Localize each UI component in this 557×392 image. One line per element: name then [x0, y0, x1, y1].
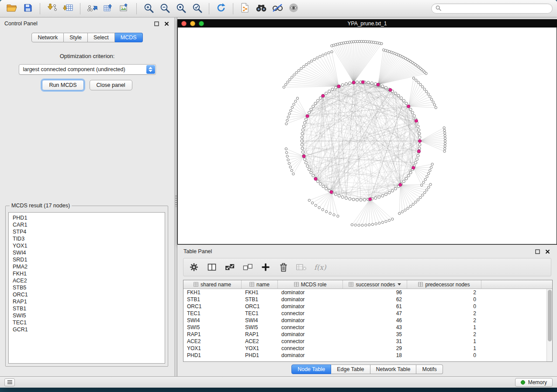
export-table-button[interactable]	[101, 2, 116, 16]
export-image-button[interactable]	[117, 2, 132, 16]
tab-select[interactable]: Select	[88, 33, 115, 42]
result-node[interactable]: ACE2	[13, 277, 161, 284]
cell-MCDS-role: dominator	[278, 296, 343, 303]
run-mcds-button[interactable]: Run MCDS	[42, 80, 83, 90]
mcds-result-list[interactable]: PHD1CAR1STP4TID3YOX1SWI4SRD1PMA2FKH1ACE2…	[8, 212, 165, 364]
criterion-dropdown[interactable]: largest connected component (undirected)	[19, 64, 156, 75]
zoom-selected-button[interactable]	[190, 2, 204, 16]
function-builder-button[interactable]: f(x)	[314, 263, 326, 272]
close-panel-icon[interactable]	[163, 21, 170, 27]
share-document-button[interactable]	[238, 2, 253, 16]
column-menu-icon[interactable]	[398, 283, 401, 285]
result-node[interactable]: SWI5	[13, 312, 161, 319]
tab-network[interactable]: Network	[31, 33, 64, 42]
hide-details-button[interactable]	[270, 2, 285, 16]
close-panel-button[interactable]: Close panel	[90, 80, 132, 90]
result-node[interactable]: SRD1	[13, 256, 161, 263]
column-header-MCDS-role[interactable]: MCDS role	[278, 280, 343, 289]
network-window-titlebar[interactable]: YPA_prune.txt_1	[177, 19, 557, 28]
result-node[interactable]: TEC1	[13, 319, 161, 326]
result-node[interactable]: STB5	[13, 284, 161, 291]
open-folder-button[interactable]	[4, 2, 19, 16]
table-row[interactable]: ACE2ACE2connector311	[183, 338, 547, 345]
table-row[interactable]: FKH1FKH1dominator962	[183, 289, 547, 296]
result-node[interactable]: STB1	[13, 305, 161, 312]
table-row[interactable]: YOX1YOX1connector291	[183, 345, 547, 352]
refresh-icon	[216, 3, 226, 14]
show-columns-button[interactable]	[207, 262, 217, 272]
delete-table-button[interactable]	[296, 262, 307, 272]
table-row[interactable]: SWI5SWI5connector431	[183, 324, 547, 331]
maximize-window-button[interactable]	[199, 21, 204, 26]
divider-grip[interactable]	[175, 196, 177, 207]
table-tab-edge-table[interactable]: Edge Table	[331, 364, 370, 374]
panel-menu-button[interactable]	[4, 378, 15, 386]
result-node[interactable]: FKH1	[13, 270, 161, 277]
import-network-button[interactable]	[45, 2, 59, 16]
table-row[interactable]: STB1STB1dominator620	[183, 296, 547, 303]
table-row[interactable]: PHD1PHD1dominator180	[183, 352, 547, 359]
zoom-in-icon	[144, 3, 154, 14]
result-node[interactable]: PMA2	[13, 263, 161, 270]
float-panel-icon[interactable]	[153, 21, 160, 27]
result-node[interactable]: SWI4	[13, 249, 161, 256]
table-tab-node-table[interactable]: Node Table	[291, 364, 331, 374]
select-all-button[interactable]	[225, 262, 235, 272]
table-settings-button[interactable]	[189, 262, 199, 272]
search-field[interactable]	[431, 3, 553, 14]
unselect-all-button[interactable]	[242, 262, 253, 272]
network-canvas[interactable]	[178, 28, 557, 244]
cell-MCDS-role: dominator	[278, 331, 343, 337]
table-tab-motifs[interactable]: Motifs	[416, 364, 443, 374]
panel-divider[interactable]	[174, 17, 177, 376]
save-button[interactable]	[21, 2, 35, 16]
export-network-button[interactable]	[85, 2, 100, 16]
column-header-predecessor-nodes[interactable]: predecessor nodes	[407, 280, 481, 289]
cell-name: SWI5	[242, 324, 278, 330]
result-node[interactable]: STP4	[13, 228, 161, 235]
result-node[interactable]: YOX1	[13, 242, 161, 249]
result-node[interactable]: PHD1	[13, 214, 161, 221]
zoom-fit-button[interactable]	[173, 2, 188, 16]
cell-name: FKH1	[242, 289, 278, 296]
control-panel-title: Control Panel	[4, 21, 38, 27]
cell-successor-nodes: 35	[343, 331, 407, 337]
search-input[interactable]	[444, 6, 548, 12]
add-button[interactable]	[260, 262, 271, 272]
column-header-name[interactable]: name	[242, 280, 278, 289]
zoom-out-button[interactable]	[157, 2, 172, 16]
delete-button[interactable]	[278, 262, 289, 272]
close-window-button[interactable]	[181, 21, 187, 26]
result-node[interactable]: RAP1	[13, 298, 161, 305]
column-header-shared-name[interactable]: shared name	[183, 280, 242, 289]
tab-mcds[interactable]: MCDS	[115, 33, 143, 42]
network-graph[interactable]	[178, 28, 557, 244]
table-scrollbar[interactable]	[547, 289, 552, 361]
result-node[interactable]: CAR1	[13, 221, 161, 228]
show-details-button[interactable]	[286, 2, 301, 16]
import-table-button[interactable]	[61, 2, 76, 16]
tab-style[interactable]: Style	[64, 33, 88, 42]
binoculars-button[interactable]	[254, 2, 269, 16]
close-table-panel-icon[interactable]	[544, 248, 551, 255]
minimize-window-button[interactable]	[190, 21, 195, 26]
table-row[interactable]: SWI4SWI4dominator462	[183, 317, 547, 324]
toolbar-separator	[80, 3, 80, 14]
table-row[interactable]: RAP1RAP1dominator352	[183, 331, 547, 338]
refresh-button[interactable]	[214, 2, 228, 16]
hide-details-icon	[272, 3, 283, 14]
mcds-result-fieldset: MCDS result (17 nodes) PHD1CAR1STP4TID3Y…	[5, 203, 168, 367]
memory-button[interactable]: Memory	[515, 378, 553, 387]
table-tabs: Node TableEdge TableNetwork TableMotifs	[177, 364, 557, 374]
result-node[interactable]: TID3	[13, 235, 161, 242]
table-scrollbar-thumb[interactable]	[548, 290, 552, 341]
result-node[interactable]: GCR1	[13, 326, 161, 333]
table-row[interactable]: ORC1ORC1dominator610	[183, 303, 547, 310]
float-table-panel-icon[interactable]	[534, 248, 541, 255]
column-header-successor-nodes[interactable]: successor nodes	[343, 280, 407, 289]
table-tab-network-table[interactable]: Network Table	[370, 364, 417, 374]
table-row[interactable]: TEC1TEC1connector472	[183, 310, 547, 317]
toolbar-separator	[40, 3, 40, 14]
result-node[interactable]: ORC1	[13, 291, 161, 298]
zoom-in-button[interactable]	[141, 2, 156, 16]
